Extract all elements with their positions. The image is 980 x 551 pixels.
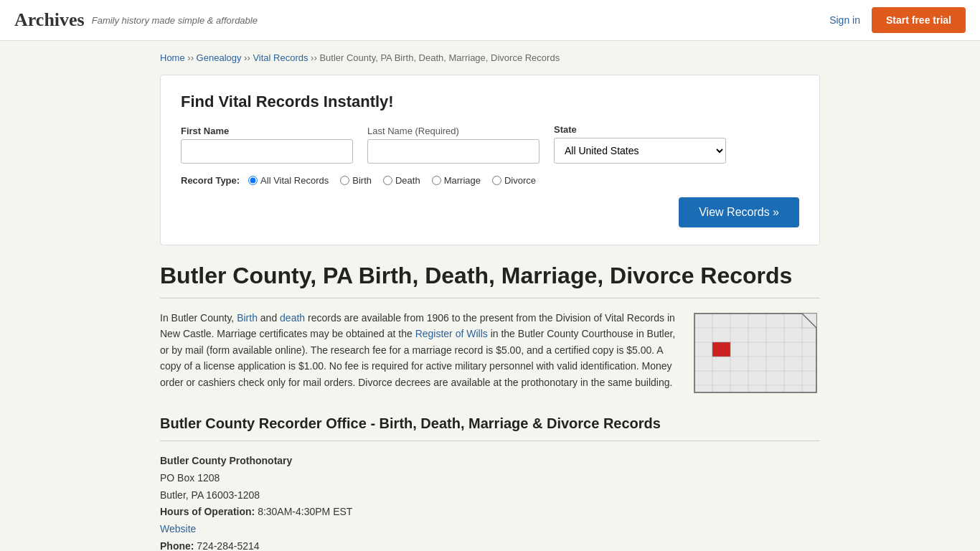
- phone-label: Phone:: [160, 540, 194, 551]
- start-trial-button[interactable]: Start free trial: [872, 7, 966, 33]
- first-name-label: First Name: [181, 126, 353, 136]
- site-tagline: Family history made simple & affordable: [92, 15, 258, 26]
- header-left: Archives Family history made simple & af…: [14, 9, 258, 31]
- title-divider: [160, 298, 820, 298]
- site-header: Archives Family history made simple & af…: [0, 0, 980, 41]
- header-right: Sign in Start free trial: [829, 7, 966, 33]
- radio-birth[interactable]: [340, 176, 349, 185]
- office-name: Butler County Prothonotary: [160, 455, 292, 466]
- phone-value: 724-284-5214: [197, 540, 259, 551]
- main-content: In Butler County, Birth and death record…: [160, 310, 820, 398]
- record-type-birth[interactable]: Birth: [340, 175, 372, 186]
- record-type-all[interactable]: All Vital Records: [248, 175, 329, 186]
- page-title: Butler County, PA Birth, Death, Marriage…: [160, 263, 820, 289]
- view-records-button[interactable]: View Records »: [679, 197, 799, 227]
- state-select[interactable]: All United States Pennsylvania New York …: [554, 138, 726, 164]
- hours-value: 8:30AM-4:30PM EST: [258, 506, 352, 517]
- city-state: Butler, PA 16003-1208: [160, 487, 820, 504]
- first-name-input[interactable]: [181, 139, 353, 164]
- breadcrumb-vital-records[interactable]: Vital Records: [253, 52, 308, 63]
- record-type-death[interactable]: Death: [383, 175, 420, 186]
- description-text: In Butler County, Birth and death record…: [160, 310, 677, 398]
- breadcrumb-current: Butler County, PA Birth, Death, Marriage…: [319, 52, 560, 63]
- office-info: Butler County Prothonotary PO Box 1208 B…: [160, 453, 820, 551]
- main-content-area: Home ›› Genealogy ›› Vital Records ›› Bu…: [146, 41, 834, 551]
- search-box: Find Vital Records Instantly! First Name…: [160, 75, 820, 245]
- breadcrumb-home[interactable]: Home: [160, 52, 185, 63]
- sign-in-link[interactable]: Sign in: [829, 14, 860, 26]
- website-link[interactable]: Website: [160, 523, 196, 534]
- register-of-wills-link[interactable]: Register of Wills: [415, 328, 488, 339]
- last-name-group: Last Name (Required): [367, 126, 540, 164]
- first-name-group: First Name: [181, 126, 353, 164]
- po-box: PO Box 1208: [160, 470, 820, 487]
- breadcrumb-genealogy[interactable]: Genealogy: [197, 52, 242, 63]
- pa-map: [691, 310, 820, 396]
- radio-marriage[interactable]: [432, 176, 441, 185]
- death-link[interactable]: death: [280, 312, 305, 324]
- record-type-marriage[interactable]: Marriage: [432, 175, 481, 186]
- search-title: Find Vital Records Instantly!: [181, 93, 799, 111]
- record-type-divorce[interactable]: Divorce: [492, 175, 536, 186]
- radio-death[interactable]: [383, 176, 392, 185]
- state-label: State: [554, 124, 726, 135]
- radio-all[interactable]: [248, 176, 258, 185]
- last-name-input[interactable]: [367, 139, 540, 164]
- birth-link[interactable]: Birth: [237, 312, 258, 324]
- breadcrumb: Home ›› Genealogy ›› Vital Records ›› Bu…: [160, 52, 820, 63]
- record-type-row: Record Type: All Vital Records Birth Dea…: [181, 175, 799, 186]
- last-name-label: Last Name (Required): [367, 126, 540, 136]
- radio-divorce[interactable]: [492, 176, 501, 185]
- svg-rect-12: [712, 342, 730, 357]
- state-group: State All United States Pennsylvania New…: [554, 124, 726, 164]
- recorder-section-heading: Butler County Recorder Office - Birth, D…: [160, 415, 820, 432]
- hours-label: Hours of Operation:: [160, 506, 255, 517]
- search-fields: First Name Last Name (Required) State Al…: [181, 124, 799, 164]
- recorder-divider: [160, 441, 820, 441]
- site-logo: Archives: [14, 9, 85, 31]
- map-container: [691, 310, 820, 398]
- record-type-label: Record Type:: [181, 175, 240, 186]
- description-paragraph: In Butler County, Birth and death record…: [160, 310, 677, 390]
